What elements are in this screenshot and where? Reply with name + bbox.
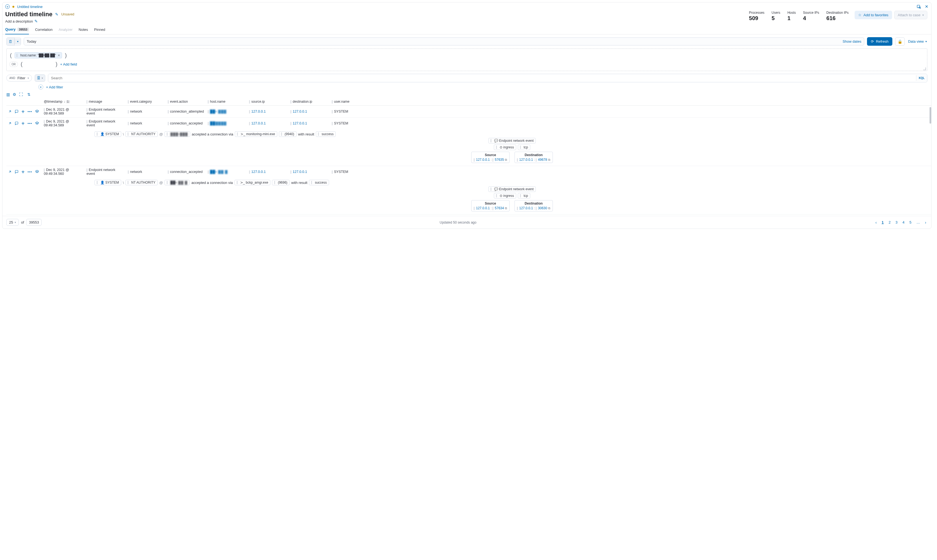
col-event-category[interactable]: event.category (126, 98, 166, 105)
filter-chip[interactable]: host.name: "██•██.██" ✕ (15, 52, 62, 58)
tab-pinned[interactable]: Pinned (94, 25, 105, 34)
host-pill[interactable]: ██• ▓▓ ▓ (165, 180, 190, 185)
close-icon[interactable]: ✕ (925, 4, 928, 9)
filter-builder[interactable]: ( host.name: "██•██.██" ✕ ) OR ( ) + Add… (6, 48, 927, 71)
date-quick-select[interactable]: 🗓 ▾ (6, 37, 21, 46)
settings-icon[interactable]: ⚙ (13, 92, 16, 97)
page-next[interactable]: › (924, 220, 927, 225)
expand-icon[interactable] (8, 170, 12, 174)
page-5[interactable]: 5 (908, 220, 912, 225)
comment-icon[interactable] (15, 122, 19, 126)
col-host-name[interactable]: host.name (206, 98, 247, 105)
page-size-select[interactable]: 25 ▾ (6, 219, 19, 226)
pin-icon[interactable] (21, 122, 25, 125)
and-filter-toggle[interactable]: AND Filter ▾ (6, 75, 32, 82)
direction-pill[interactable]: ⊙ ingress (494, 145, 516, 150)
page-prev[interactable]: ‹ (874, 220, 878, 225)
search-row: AND Filter ▾ 🗄 ▾ KQL (6, 74, 927, 82)
saved-query-button[interactable]: 🗄 ▾ (35, 74, 45, 82)
cell-host[interactable]: ██▓▓▓▓ (206, 120, 247, 127)
search-input[interactable] (48, 74, 916, 82)
col-event-action[interactable]: event.action (166, 98, 206, 105)
user-pill[interactable]: 👤 SYSTEM (94, 180, 121, 185)
cell-host[interactable]: ██• ▓▓▓ (206, 108, 247, 115)
analyze-icon[interactable] (35, 109, 39, 114)
table-row[interactable]: ••• Dec 9, 2021 @ 09:49:34.589 Endpoint … (6, 118, 931, 166)
table-row[interactable]: ••• Dec 9, 2021 @ 09:49:34.589 Endpoint … (6, 106, 931, 118)
tab-query[interactable]: Query 39553 (5, 25, 29, 34)
or-badge[interactable]: OR (9, 62, 18, 67)
pid-pill[interactable]: (9696) (272, 180, 290, 185)
result-pill[interactable]: success (316, 131, 336, 137)
cell-dest-ip[interactable]: 127.0.0.1 (289, 108, 330, 115)
add-filter-link[interactable]: + Add filter (46, 85, 63, 89)
resize-handle-icon[interactable] (923, 68, 926, 70)
page-4[interactable]: 4 (901, 220, 906, 225)
edit-description-icon[interactable]: ✎ (34, 19, 38, 23)
result-pill[interactable]: success (309, 180, 329, 185)
tab-correlation[interactable]: Correlation (35, 25, 52, 34)
page-2[interactable]: 2 (888, 220, 892, 225)
pin-icon[interactable] (21, 109, 25, 114)
show-dates-link[interactable]: Show dates (843, 39, 861, 43)
event-msg-pill[interactable]: 💬 Endpoint network event (488, 186, 536, 192)
lock-icon[interactable]: 🔒 (895, 37, 905, 46)
cell-source-ip[interactable]: 127.0.0.1 (247, 120, 289, 127)
refresh-button[interactable]: ⟳ Refresh (867, 37, 892, 46)
col-destination-ip[interactable]: destination.ip (289, 98, 330, 105)
more-actions-icon[interactable]: ••• (28, 170, 32, 174)
cell-dest-ip[interactable]: 127.0.0.1 (289, 168, 330, 175)
transport-pill[interactable]: tcp (518, 193, 530, 198)
analyze-icon[interactable] (35, 169, 39, 174)
analyze-icon[interactable] (35, 121, 39, 125)
tab-notes[interactable]: Notes (79, 25, 88, 34)
process-pill[interactable]: ≻_ bckp_amgr.exe (235, 180, 270, 185)
inspect-icon[interactable] (917, 5, 921, 9)
nt-authority-pill[interactable]: NT AUTHORITY (125, 131, 157, 137)
process-pill[interactable]: ≻_ monitoring-mini.exe (235, 131, 277, 137)
transport-pill[interactable]: tcp (518, 145, 530, 150)
sort-icon[interactable]: ⇅ (27, 92, 31, 97)
cell-source-ip[interactable]: 127.0.0.1 (247, 108, 289, 115)
user-pill[interactable]: 👤 SYSTEM (94, 131, 121, 137)
timeline-title-link[interactable]: Untitled timeline (17, 5, 43, 9)
pid-pill[interactable]: (9940) (279, 131, 296, 137)
page-3[interactable]: 3 (895, 220, 899, 225)
col-user-name[interactable]: user.name (330, 98, 366, 105)
more-actions-icon[interactable]: ••• (28, 122, 32, 126)
data-view-button[interactable]: Data view ▾ (908, 38, 927, 45)
expand-icon[interactable] (8, 122, 12, 126)
filter-icon[interactable]: ≡ (38, 85, 43, 89)
comment-icon[interactable] (15, 109, 19, 114)
add-to-favorites-button[interactable]: ☆ Add to favorites (855, 11, 892, 19)
cell-source-ip[interactable]: 127.0.0.1 (247, 168, 289, 175)
new-timeline-icon[interactable]: + (5, 5, 10, 9)
date-range[interactable]: Today Show dates (24, 37, 864, 45)
nt-authority-pill[interactable]: NT AUTHORITY (125, 180, 157, 185)
remove-chip-icon[interactable]: ✕ (58, 54, 60, 57)
page-1[interactable]: 1 (880, 220, 885, 225)
col-timestamp[interactable]: @timestamp↓1 (42, 98, 85, 105)
fullscreen-icon[interactable]: ⛶ (19, 92, 23, 97)
cell-dest-ip[interactable]: 127.0.0.1 (289, 120, 330, 127)
search-box[interactable]: KQL (48, 74, 927, 82)
expand-icon[interactable] (8, 109, 12, 114)
host-pill[interactable]: ▓▓▓-▓▓▓ (165, 131, 190, 137)
comment-icon[interactable] (15, 170, 19, 174)
event-msg-pill[interactable]: 💬 Endpoint network event (488, 138, 536, 143)
col-source-ip[interactable]: source.ip (247, 98, 289, 105)
pin-icon[interactable] (21, 170, 25, 174)
edit-title-icon[interactable]: ✎ (55, 12, 59, 17)
source-dest-box: Source 127.0.0.1 : 57634 ⧉ (471, 200, 509, 211)
query-language[interactable]: KQL (916, 75, 927, 81)
add-field-link[interactable]: + Add field (60, 62, 77, 66)
cell-host[interactable]: ██• ▓▓ ▓ (206, 168, 247, 175)
direction-pill[interactable]: ⊙ ingress (494, 193, 516, 198)
scrollbar-thumb[interactable] (929, 107, 931, 124)
table-row[interactable]: ••• Dec 9, 2021 @ 09:49:34.560 Endpoint … (6, 166, 931, 214)
more-actions-icon[interactable]: ••• (28, 109, 32, 114)
col-message[interactable]: message (85, 98, 126, 105)
columns-icon[interactable]: ▥ (6, 92, 10, 97)
attach-to-case-button[interactable]: Attach to case ▾ (894, 11, 927, 19)
add-description[interactable]: Add a description (5, 19, 33, 23)
